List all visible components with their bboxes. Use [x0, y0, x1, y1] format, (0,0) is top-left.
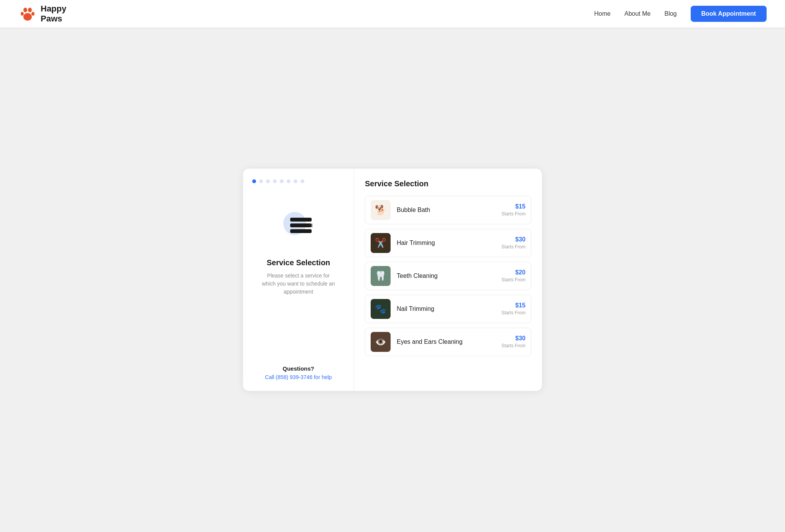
service-price-area: $30Starts From	[501, 236, 526, 250]
nav-links: Home About Me Blog Book Appointment	[594, 6, 767, 22]
service-item-bubble-bath[interactable]: 🐕Bubble Bath$15Starts From	[365, 196, 531, 224]
service-item-hair-trimming[interactable]: ✂️Hair Trimming$30Starts From	[365, 229, 531, 257]
left-panel-description: Please select a service for which you wa…	[260, 272, 337, 296]
service-price: $20	[501, 269, 526, 276]
service-image-2: 🦷	[371, 266, 391, 286]
svg-point-4	[23, 13, 32, 21]
right-panel-title: Service Selection	[365, 179, 531, 188]
questions-label: Questions?	[265, 365, 332, 372]
service-price: $15	[501, 302, 526, 309]
service-price-area: $30Starts From	[501, 335, 526, 349]
step-dot-4	[273, 179, 277, 183]
service-image-0: 🐕	[371, 200, 391, 220]
svg-point-0	[23, 8, 27, 12]
step-illustration: ≡	[279, 206, 318, 248]
stack-line-1	[290, 218, 312, 222]
service-item-eyes-and-ears-cleaning[interactable]: 👁️Eyes and Ears Cleaning$30Starts From	[365, 328, 531, 356]
left-panel: ≡ Service Selection Please select a serv…	[243, 169, 354, 391]
book-appointment-button[interactable]: Book Appointment	[691, 6, 767, 22]
stack-chevron-icon: ≡	[309, 222, 313, 230]
service-name: Hair Trimming	[397, 240, 501, 246]
step-dot-7	[294, 179, 297, 183]
right-panel: Service Selection 🐕Bubble Bath$15Starts …	[354, 169, 542, 391]
service-price-area: $15Starts From	[501, 302, 526, 316]
svg-point-2	[21, 12, 24, 16]
services-list: 🐕Bubble Bath$15Starts From✂️Hair Trimmin…	[365, 196, 531, 356]
navbar: Happy Paws Home About Me Blog Book Appoi…	[0, 0, 785, 28]
svg-point-1	[28, 8, 32, 12]
service-starts-from: Starts From	[501, 343, 526, 348]
service-price: $15	[501, 203, 526, 210]
service-starts-from: Starts From	[501, 244, 526, 250]
paw-icon	[18, 5, 37, 23]
service-name: Bubble Bath	[397, 207, 501, 213]
questions-section: Questions? Call (858) 939-3746 for help	[265, 365, 332, 380]
step-dots	[252, 179, 304, 183]
nav-blog[interactable]: Blog	[664, 10, 677, 17]
questions-phone: Call (858) 939-3746 for help	[265, 374, 332, 380]
svg-point-3	[31, 12, 34, 16]
step-dot-3	[266, 179, 270, 183]
service-name: Teeth Cleaning	[397, 273, 501, 279]
step-dot-2	[259, 179, 263, 183]
service-price-area: $15Starts From	[501, 203, 526, 217]
service-image-3: 🐾	[371, 299, 391, 319]
service-starts-from: Starts From	[501, 310, 526, 315]
stack-line-2	[290, 223, 312, 227]
logo-text: Happy Paws	[41, 4, 66, 24]
stack-lines-icon: ≡	[290, 218, 312, 233]
left-panel-title: Service Selection	[267, 258, 330, 267]
service-item-nail-trimming[interactable]: 🐾Nail Trimming$15Starts From	[365, 295, 531, 323]
wizard-container: ≡ Service Selection Please select a serv…	[243, 169, 542, 391]
logo[interactable]: Happy Paws	[18, 4, 66, 24]
service-starts-from: Starts From	[501, 211, 526, 217]
page-body: ≡ Service Selection Please select a serv…	[0, 28, 785, 532]
step-dot-5	[280, 179, 284, 183]
service-starts-from: Starts From	[501, 277, 526, 282]
service-name: Eyes and Ears Cleaning	[397, 338, 501, 345]
step-dot-1	[252, 179, 256, 183]
step-dot-8	[301, 179, 304, 183]
nav-home[interactable]: Home	[594, 10, 611, 17]
service-price: $30	[501, 335, 526, 342]
service-price: $30	[501, 236, 526, 243]
service-name: Nail Trimming	[397, 305, 501, 312]
service-price-area: $20Starts From	[501, 269, 526, 283]
step-dot-6	[287, 179, 291, 183]
service-image-4: 👁️	[371, 332, 391, 352]
service-image-1: ✂️	[371, 233, 391, 253]
stack-line-3	[290, 229, 312, 233]
nav-about-me[interactable]: About Me	[624, 10, 650, 17]
service-item-teeth-cleaning[interactable]: 🦷Teeth Cleaning$20Starts From	[365, 262, 531, 290]
